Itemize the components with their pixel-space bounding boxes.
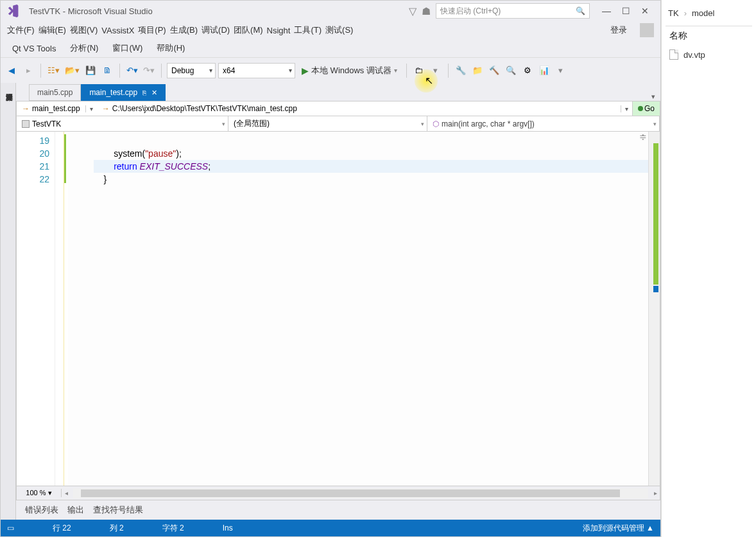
tb-icon-6[interactable]: 🔍	[504, 63, 518, 78]
tab-main-test[interactable]: main_test.cpp ⎘ ✕	[81, 84, 166, 101]
horizontal-scrollbar[interactable]	[73, 488, 648, 498]
redo-button[interactable]: ↷▾	[142, 63, 156, 78]
menu-bar-2: Qt VS Tools 分析(N) 窗口(W) 帮助(H)	[1, 39, 660, 57]
play-icon: ▶	[302, 66, 309, 76]
menu-test[interactable]: 测试(S)	[325, 24, 353, 36]
tb-icon-2[interactable]: ▾	[429, 63, 443, 78]
menu-qt[interactable]: Qt VS Tools	[7, 42, 61, 55]
scope-function[interactable]: ⬡ main(int argc, char * argv[])	[427, 116, 660, 131]
account-icon[interactable]	[640, 23, 654, 37]
tb-icon-4[interactable]: 📁	[470, 63, 485, 78]
menu-view[interactable]: 视图(V)	[70, 24, 98, 36]
menu-analyze[interactable]: 分析(N)	[65, 41, 103, 55]
scm-button[interactable]: 添加到源代码管理 ▲	[583, 523, 654, 534]
editor-tabs: main5.cpp main_test.cpp ⎘ ✕ ▾	[16, 83, 660, 101]
close-button[interactable]: ✕	[640, 6, 650, 16]
zoom-combo[interactable]: 100 % ▾	[17, 489, 62, 497]
hscroll-thumb[interactable]	[81, 489, 620, 497]
code-line: return EXIT_SUCCESS;	[94, 160, 648, 173]
tb-icon-5[interactable]: 🔨	[487, 63, 501, 78]
tab-main5[interactable]: main5.cpp	[29, 84, 81, 101]
undo-button[interactable]: ↶▾	[125, 63, 139, 78]
menu-project[interactable]: 项目(P)	[138, 24, 166, 36]
start-debug-button[interactable]: ▶ 本地 Windows 调试器 ▾	[298, 63, 401, 78]
scope-project[interactable]: TestVTK	[17, 116, 228, 131]
nav-fwd-button[interactable]: ▸	[21, 63, 35, 78]
minimap-marker	[653, 143, 658, 285]
menu-nsight[interactable]: Nsight	[267, 26, 291, 35]
menu-tools[interactable]: 工具(T)	[294, 24, 322, 36]
tab-output[interactable]: 输出	[67, 504, 84, 516]
notifications-icon[interactable]: ▽	[409, 5, 417, 17]
status-ready-icon: ▭	[7, 524, 14, 533]
line-num: 20	[17, 147, 49, 160]
path-file-seg[interactable]: → main_test.cpp	[17, 104, 85, 113]
menu-vassistx[interactable]: VAssistX	[101, 26, 134, 35]
code-line	[94, 134, 648, 147]
line-num: 19	[17, 134, 49, 147]
line-num: 21	[17, 160, 49, 173]
menu-debug[interactable]: 调试(D)	[202, 24, 230, 36]
tb-icon-1[interactable]: 🗀	[412, 63, 426, 78]
menu-build[interactable]: 生成(B)	[170, 24, 198, 36]
column-header-name[interactable]: 名称	[662, 26, 756, 46]
search-icon: 🔍	[576, 6, 585, 15]
tab-error-list[interactable]: 错误列表	[25, 504, 58, 516]
quick-launch-input[interactable]: 快速启动 (Ctrl+Q) 🔍	[436, 3, 590, 19]
scope-namespace[interactable]: (全局范围)	[228, 116, 427, 131]
close-icon[interactable]: ✕	[151, 89, 157, 97]
go-button[interactable]: Go	[632, 101, 660, 116]
scope2-label: (全局范围)	[234, 118, 270, 129]
scope1-label: TestVTK	[32, 119, 61, 128]
login-link[interactable]: 登录	[604, 23, 633, 37]
path-dd-2[interactable]: ▾	[621, 105, 632, 112]
breadcrumb[interactable]: TK › model	[662, 0, 756, 26]
tabs-dropdown[interactable]: ▾	[646, 92, 660, 101]
menu-edit[interactable]: 编辑(E)	[39, 24, 66, 36]
hscroll-right[interactable]: ▸	[651, 489, 660, 497]
menu-team[interactable]: 团队(M)	[234, 24, 263, 36]
path-full: C:\Users\jxd\Desktop\TestVTK\TestVTK\mai…	[112, 104, 297, 113]
fold-bar[interactable]	[55, 132, 64, 486]
menu-window[interactable]: 窗口(W)	[107, 41, 148, 55]
open-button[interactable]: 📂▾	[64, 63, 81, 78]
new-project-button[interactable]: ☷▾	[46, 63, 61, 78]
status-col: 列 2	[110, 523, 124, 534]
path-full-seg[interactable]: → C:\Users\jxd\Desktop\TestVTK\TestVTK\m…	[97, 104, 621, 113]
config-combo[interactable]: Debug	[167, 63, 216, 78]
nav-back-button[interactable]: ◀	[4, 63, 19, 78]
config-value: Debug	[171, 66, 194, 75]
menu-file[interactable]: 文件(F)	[7, 24, 35, 36]
code-line: system("pause");	[94, 147, 648, 160]
title-bar: TestVTK - Microsoft Visual Studio ▽ ☗ 快速…	[1, 1, 660, 21]
tab-label: main_test.cpp	[89, 88, 137, 97]
maximize-button[interactable]: ☐	[621, 6, 631, 16]
status-line: 行 22	[53, 523, 71, 534]
tb-icon-3[interactable]: 🔧	[454, 63, 468, 78]
output-panel-tabs: 错误列表 输出 查找符号结果	[16, 500, 660, 520]
solution-explorer-tab[interactable]: 解决方案资源管理器	[1, 83, 16, 520]
feedback-icon[interactable]: ☗	[422, 5, 431, 17]
path-dd-1[interactable]: ▾	[85, 105, 97, 112]
tab-find-symbol[interactable]: 查找符号结果	[93, 504, 143, 516]
toolbar-overflow[interactable]: ▾	[554, 63, 568, 78]
line-gutter: 19 20 21 22	[17, 132, 55, 486]
path-file: main_test.cpp	[32, 104, 80, 113]
code-body[interactable]: system("pause"); return EXIT_SUCCESS; }	[68, 132, 648, 486]
save-all-button[interactable]: 🗎	[100, 63, 114, 78]
file-item[interactable]: dv.vtp	[662, 46, 756, 64]
crumb-seg[interactable]: TK	[668, 8, 679, 18]
tb-icon-7[interactable]: ⚙	[520, 63, 535, 78]
hscroll-left[interactable]: ◂	[62, 489, 71, 497]
minimap-marker	[653, 286, 658, 292]
save-button[interactable]: 💾	[83, 63, 98, 78]
pin-icon[interactable]: ⎘	[142, 89, 146, 96]
minimize-button[interactable]: —	[601, 6, 612, 16]
platform-combo[interactable]: x64	[218, 63, 295, 78]
menu-help[interactable]: 帮助(H)	[151, 41, 190, 55]
vertical-scrollbar[interactable]	[648, 132, 660, 486]
code-editor[interactable]: 19 20 21 22 system("pause"); return EXIT…	[16, 132, 660, 486]
tb-icon-8[interactable]: 📊	[537, 63, 551, 78]
split-handle-icon[interactable]: ≑	[639, 132, 648, 141]
crumb-seg[interactable]: model	[692, 8, 714, 18]
